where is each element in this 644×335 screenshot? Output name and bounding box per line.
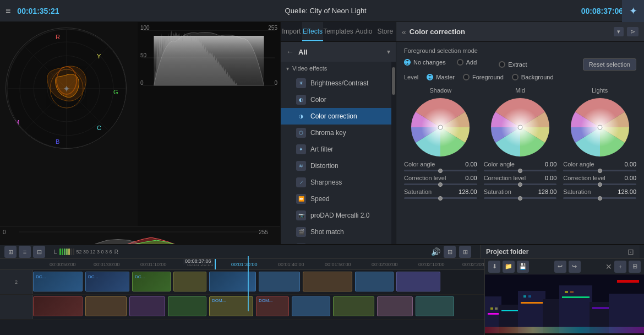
slider-thumb[interactable] [438,196,443,201]
timeline-ruler[interactable]: 00:00:50:00 00:01:00:00 00:01:10:00 00:0… [0,259,484,270]
slider-thumb[interactable] [598,182,602,187]
project-undo-btn[interactable]: ↩ [554,261,566,273]
audio-clip-9[interactable] [377,296,413,316]
track-content-2[interactable]: DOM... DOM... [33,295,484,319]
shadow-saturation-slider[interactable] [404,197,477,199]
clip-5[interactable] [209,272,256,291]
current-time-display: 00:01:35:21 [17,7,59,15]
radio-no-changes[interactable]: No changes [404,59,446,66]
svg-text:G: G [113,89,118,95]
tab-audio[interactable]: Audio [353,22,375,41]
level-background-label: Background [521,74,554,80]
nav-dropdown-icon[interactable]: ▾ [387,48,390,56]
lights-correction-slider[interactable] [563,183,636,185]
project-expand-icon[interactable]: ⊡ [627,247,634,256]
reset-selection-button[interactable]: Reset selection [583,58,636,71]
effect-art-filter[interactable]: ✦ Art filter [281,141,391,158]
svg-rect-60 [592,307,609,309]
effect-label: Shot match [310,228,344,236]
project-close-btn[interactable]: ✕ [605,262,612,271]
project-save-btn[interactable]: 💾 [517,261,529,273]
level-foreground[interactable]: Foreground [463,74,504,80]
audio-clip-1[interactable] [33,296,83,316]
mid-correction-slider[interactable] [484,183,557,185]
project-redo-btn[interactable]: ↪ [569,261,581,273]
lights-saturation-slider[interactable] [563,197,636,199]
level-bar-l3 [64,248,66,255]
shadow-wheel-col: Shadow [404,87,477,202]
svg-text:M: M [14,119,19,126]
level-master[interactable]: Master [427,74,455,80]
project-grid-btn[interactable]: ⊞ [629,261,641,273]
lights-color-angle-slider[interactable] [563,170,636,171]
tab-store[interactable]: Store [374,22,396,41]
audio-clip-7[interactable] [292,296,330,316]
audio-clip-4[interactable] [168,296,206,316]
grid-view-btn[interactable]: ⊞ [4,246,17,258]
lights-wheel[interactable] [570,97,630,158]
scrollbar-thumb[interactable] [392,67,395,95]
level-foreground-label: Foreground [472,74,504,80]
tab-templates[interactable]: Templates [323,22,353,41]
audio-clip-5[interactable]: DOM... [209,296,253,316]
shadow-wheel[interactable] [410,97,471,158]
nav-back-icon[interactable]: ← [286,47,294,56]
effect-distortion[interactable]: ≋ Distortion [281,158,391,174]
volume-icon[interactable]: 🔊 [431,247,440,256]
dropdown-button[interactable]: ▾ [614,27,624,36]
slider-thumb[interactable] [518,169,522,173]
effect-prodad[interactable]: 📷 proDAD Mercalli 2.0 [281,207,391,224]
shadow-color-angle-slider[interactable] [404,170,477,171]
effect-color[interactable]: ◐ Color [281,91,391,108]
project-download-btn[interactable]: ⬇ [488,261,500,273]
effect-shot-match[interactable]: 🎬 Shot match [281,224,391,240]
effect-sharpness[interactable]: ⟋ Sharpness [281,174,391,191]
effect-speed[interactable]: ⏩ Speed [281,191,391,207]
slider-thumb[interactable] [438,182,443,187]
tab-bar: Import Effects Templates Audio Store [281,22,396,42]
back-double-arrow[interactable]: « [402,28,406,36]
shadow-correction-slider[interactable] [404,183,477,185]
slider-thumb[interactable] [518,182,522,187]
audio-clip-8[interactable] [333,296,374,316]
effect-color-correction[interactable]: ◑ Color correction [281,108,391,125]
level-background[interactable]: Background [512,74,554,80]
slider-thumb[interactable] [598,169,602,173]
effect-chroma-key[interactable]: ⬡ Chroma key [281,125,391,141]
tab-effects[interactable]: Effects [302,22,324,41]
menu-icon[interactable]: ≡ [6,6,10,16]
radio-extract-dot [499,61,505,68]
clip-4[interactable] [173,272,206,291]
tab-import[interactable]: Import [281,22,302,41]
mid-wheel[interactable] [490,97,550,158]
slider-thumb[interactable] [598,196,602,201]
slider-thumb[interactable] [438,169,443,173]
radio-extract[interactable]: Extract [499,61,527,68]
audio-clip-2[interactable] [85,296,127,316]
audio-clip-3[interactable] [129,296,165,316]
audio-clip-6[interactable]: DOM... [256,296,289,316]
slider-thumb[interactable] [518,196,522,201]
nav-next-button[interactable]: ⊳ [627,27,638,36]
audio-clip-10[interactable] [416,296,454,316]
clip-6[interactable] [259,272,300,291]
list-view-btn[interactable]: ≡ [19,246,31,258]
track-content-1[interactable]: DC... DC... DC... [33,270,484,294]
shadow-saturation-row: Saturation 128.00 [404,188,477,195]
timeline-list-btn[interactable]: ⊞ [459,246,471,258]
clip-7[interactable] [303,272,352,291]
histogram-label-0: 0 [3,229,6,235]
mid-saturation-slider[interactable] [484,197,557,199]
mid-color-angle-slider[interactable] [484,170,557,171]
timeline-view-btn[interactable]: ⊟ [33,246,45,258]
clip-8[interactable] [355,272,394,291]
video-effects-category[interactable]: ▾ Video effects [281,62,391,75]
project-folder-btn[interactable]: 📁 [503,261,515,273]
timeline-grid-btn[interactable]: ⊞ [444,246,456,258]
clip-9[interactable] [396,272,440,291]
chroma-key-icon: ⬡ [296,128,306,138]
project-add-btn[interactable]: + [614,261,626,273]
effect-brightness-contrast[interactable]: ☀ Brightness/Contrast [281,75,391,91]
radio-add[interactable]: Add [457,59,477,66]
svg-text:HD: HD [14,36,23,43]
